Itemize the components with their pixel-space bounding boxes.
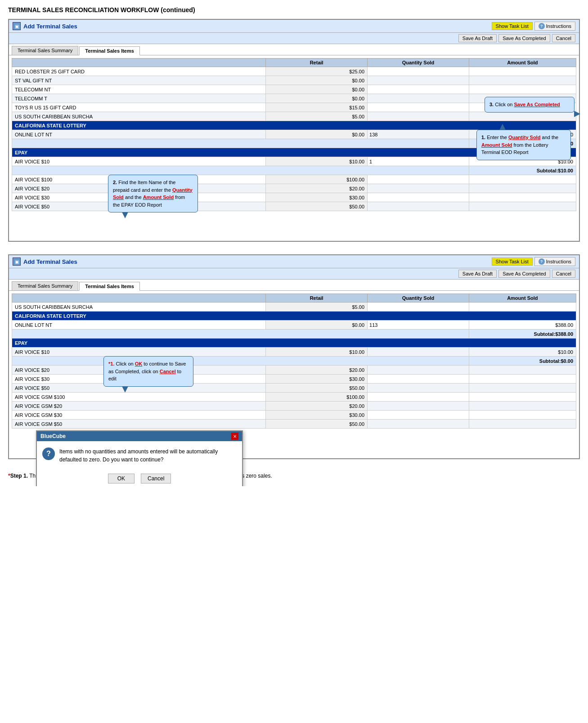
qty-cell [368, 103, 469, 112]
panel2-tab-summary[interactable]: Terminal Sales Summary [12, 281, 78, 290]
retail-cell: $100.00 [266, 393, 368, 402]
panel1-table-header-row: Retail Quantity Sold Amount Sold [12, 59, 576, 67]
page-title: TERMINAL SALES RECONCILIATION WORKFLOW (… [8, 6, 580, 14]
subtotal-label [12, 357, 469, 366]
qty-cell [368, 393, 469, 402]
amount-cell [469, 193, 576, 202]
dialog-titlebar: BlueCube ✕ [37, 431, 242, 441]
item-name-cell: ONLINE LOT NT [12, 130, 266, 139]
bubble1-p2-cancel: Cancel [160, 369, 176, 374]
qty-cell[interactable] [368, 130, 469, 139]
panel2-instructions-button[interactable]: ? Instructions [534, 257, 575, 266]
retail-cell: $0.00 [266, 130, 368, 139]
footer-step: Step 1. [10, 473, 28, 479]
item-name-cell: TOYS R US 15 GIFT CARD [12, 103, 266, 112]
retail-cell: $50.00 [266, 420, 368, 429]
retail-cell: $30.00 [266, 411, 368, 420]
p2-col-item-header [12, 294, 266, 303]
retail-cell: $5.00 [266, 303, 368, 312]
item-name-cell: ST VAL GIFT NT [12, 76, 266, 85]
dialog-question-icon: ? [42, 447, 55, 460]
qty-cell [368, 184, 469, 193]
p2-col-qty-header: Quantity Sold [368, 294, 469, 303]
panel2-save-completed-button[interactable]: Save As Completed [498, 270, 550, 278]
subtotal-value: Subtotal:$0.00 [469, 357, 576, 366]
item-name-cell: AIR VOICE GSM $20 [12, 402, 266, 411]
bubble3-arrow [574, 111, 580, 117]
panel1-save-draft-button[interactable]: Save As Draft [458, 34, 497, 42]
amount-cell: $10.00 [469, 348, 576, 357]
amount-cell [469, 393, 576, 402]
retail-cell: $0.00 [266, 76, 368, 85]
dialog-close-button[interactable]: ✕ [231, 433, 238, 440]
qty-cell [368, 384, 469, 393]
panel2-save-draft-button[interactable]: Save As Draft [458, 270, 497, 278]
item-name-cell: AIR VOICE GSM $30 [12, 411, 266, 420]
qty-cell[interactable] [368, 157, 469, 166]
qty-input[interactable] [369, 322, 467, 328]
bubble2-link2: Amount Sold [143, 194, 174, 200]
subtotal-label [12, 166, 469, 175]
subtotal-value: Subtotal:$10.00 [469, 166, 576, 175]
panel2-tab-items[interactable]: Terminal Sales Items [79, 282, 140, 291]
bubble2-text: Find the Item Name of the prepaid card a… [113, 180, 175, 193]
bubble1-lottery: 1. Enter the Quantity Sold and the Amoun… [476, 130, 571, 160]
panel1-instructions-label: Instructions [546, 23, 571, 29]
panel2-data-table: Retail Quantity Sold Amount Sold US SOUT… [12, 294, 576, 429]
qty-input[interactable] [369, 132, 467, 137]
panel1-header-right: Show Task List ? Instructions [492, 22, 575, 31]
amount-cell [469, 384, 576, 393]
bubble1-p2-text: Click on [116, 361, 135, 366]
retail-cell: $0.00 [266, 85, 368, 94]
panel1-save-completed-button[interactable]: Save As Completed [498, 34, 550, 42]
dialog-title: BlueCube [40, 433, 66, 439]
qty-input[interactable] [369, 159, 467, 164]
qty-cell [368, 94, 469, 103]
qty-cell [368, 348, 469, 357]
qty-cell[interactable] [368, 321, 469, 330]
panel2-header: ▣ Add Terminal Sales Show Task List ? In… [9, 255, 579, 268]
category-row: CALIFORNIA STATE LOTTERY [12, 121, 576, 130]
panel1-cancel-button[interactable]: Cancel [552, 34, 575, 42]
panel1-question-icon: ? [539, 23, 545, 29]
amount-cell [469, 202, 576, 211]
item-name-cell: TELECOMM NT [12, 85, 266, 94]
item-name-cell: AIR VOICE $10 [12, 157, 266, 166]
item-name-cell: US SOUTH CARIBBEAN SURCHA [12, 303, 266, 312]
amount-cell: $388.00 [469, 321, 576, 330]
bubble3-step: 3. [489, 102, 494, 107]
amount-cell [469, 184, 576, 193]
item-name-cell: US SOUTH CARIBBEAN SURCHA [12, 112, 266, 121]
bubble1-panel2: *1. Click on OK to continue to Save as C… [103, 356, 193, 387]
retail-cell: $50.00 [266, 202, 368, 211]
panel1-tabs: Terminal Sales Summary Terminal Sales It… [9, 44, 579, 55]
bubble1-text: Enter the [487, 135, 508, 140]
dialog-cancel-button[interactable]: Cancel [141, 474, 171, 484]
panel1-icon: ▣ [13, 22, 21, 30]
panel1-tab-summary[interactable]: Terminal Sales Summary [12, 46, 78, 55]
dialog-ok-button[interactable]: OK [108, 474, 135, 484]
bubble1-link2: Amount Sold [481, 142, 512, 148]
amount-cell [469, 366, 576, 375]
panel1-instructions-button[interactable]: ? Instructions [534, 22, 575, 31]
category-row: EPAY [12, 339, 576, 348]
amount-cell [469, 112, 576, 121]
item-name-cell: AIR VOICE GSM $50 [12, 420, 266, 429]
panel1-title: Add Terminal Sales [23, 23, 77, 30]
col-amount-header: Amount Sold [469, 59, 576, 67]
panel2-cancel-button[interactable]: Cancel [552, 270, 575, 278]
panel1-spacer [9, 214, 579, 241]
qty-cell [368, 420, 469, 429]
panel1-tab-items[interactable]: Terminal Sales Items [79, 46, 140, 55]
panel2-show-task-list-button[interactable]: Show Task List [492, 258, 533, 266]
bubble2-mid: and the [125, 194, 143, 200]
subtotal-label [12, 139, 469, 148]
bubble2-arrow-down [122, 212, 128, 218]
panel1-show-task-list-button[interactable]: Show Task List [492, 22, 533, 30]
p2-col-amount-header: Amount Sold [469, 294, 576, 303]
amount-cell [469, 375, 576, 384]
bubble1-arrow-up [499, 124, 506, 130]
subtotal-value: Subtotal:$388.00 [469, 330, 576, 339]
qty-cell [368, 366, 469, 375]
amount-cell [469, 303, 576, 312]
